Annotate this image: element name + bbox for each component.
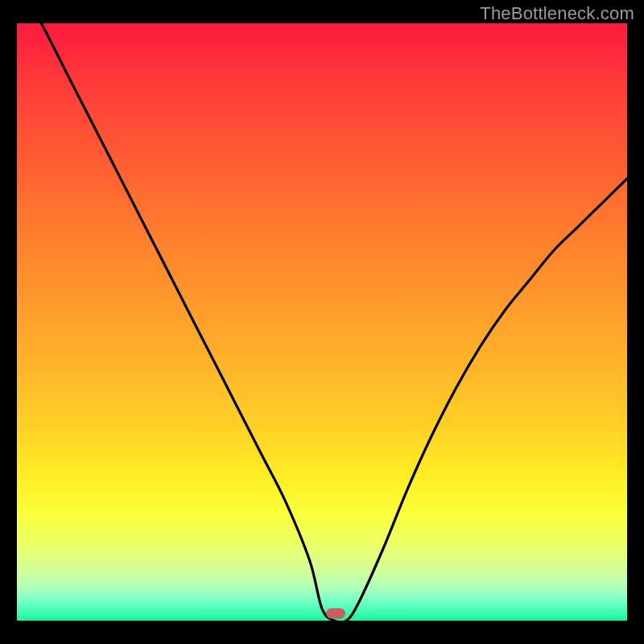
chart-frame: TheBottleneck.com <box>0 0 644 644</box>
credit-label: TheBottleneck.com <box>480 3 634 24</box>
bottleneck-curve <box>17 23 627 621</box>
minimum-marker <box>326 609 345 619</box>
curve-path <box>17 23 627 621</box>
